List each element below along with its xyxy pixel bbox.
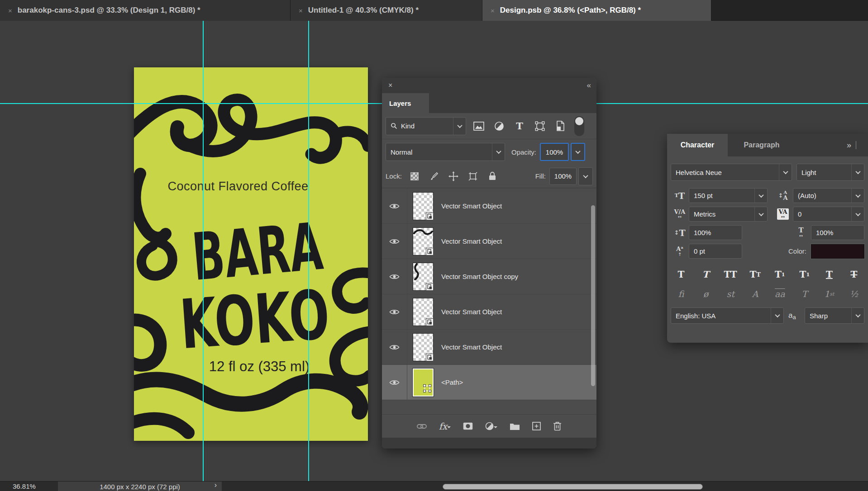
smart-object-badge-icon bbox=[426, 354, 434, 361]
stylistic-alternates-button[interactable]: aa bbox=[772, 288, 787, 300]
photoshop-window: × barakokp-cans-3.psd @ 33.3% (Design 1,… bbox=[0, 0, 868, 491]
contextual-alternates-button[interactable]: ø bbox=[698, 288, 714, 300]
titling-alternates-button[interactable]: T bbox=[797, 288, 812, 300]
opacity-value-field[interactable]: 100% bbox=[540, 143, 569, 161]
horizontal-scrollbar-thumb[interactable] bbox=[443, 484, 703, 490]
fill-dropdown-button[interactable] bbox=[578, 167, 593, 185]
visibility-toggle[interactable] bbox=[382, 189, 407, 223]
collapse-panel-icon[interactable]: « bbox=[587, 81, 590, 90]
panel-menu-icon[interactable] bbox=[585, 100, 590, 106]
small-caps-button[interactable]: TT bbox=[748, 268, 763, 281]
vertical-scale-field[interactable]: 100% bbox=[689, 225, 742, 240]
fractions-button[interactable]: ½ bbox=[846, 288, 862, 300]
add-layer-mask-icon[interactable] bbox=[463, 422, 473, 430]
ordinals-button[interactable]: 1st bbox=[821, 288, 837, 300]
opentype-buttons-row: fi ø st A aa T 1st ½ bbox=[671, 288, 864, 300]
visibility-toggle[interactable] bbox=[382, 224, 407, 259]
tab-character[interactable]: Character bbox=[667, 134, 728, 156]
anti-alias-dropdown[interactable]: Sharp bbox=[805, 307, 864, 324]
filter-adjustment-layers-icon[interactable] bbox=[491, 118, 507, 134]
layer-name: <Path> bbox=[441, 378, 463, 386]
new-group-folder-icon[interactable] bbox=[510, 422, 520, 430]
layer-style-fx-icon[interactable]: fx bbox=[439, 421, 451, 432]
visibility-toggle[interactable] bbox=[382, 259, 407, 294]
filter-smart-objects-icon[interactable] bbox=[553, 118, 568, 134]
baseline-shift-field[interactable]: 0 pt bbox=[689, 244, 742, 259]
tab-layers[interactable]: Layers bbox=[382, 93, 429, 113]
document-tab-3-active[interactable]: × Design.psb @ 36.8% (<Path>, RGB/8) * bbox=[482, 0, 711, 21]
layer-thumbnail[interactable] bbox=[413, 192, 434, 220]
filter-type-layers-icon[interactable]: T bbox=[512, 118, 527, 134]
opacity-dropdown-button[interactable] bbox=[571, 143, 585, 161]
adjustment-layer-icon[interactable] bbox=[485, 422, 497, 430]
chevron-down-icon bbox=[851, 308, 864, 323]
layer-thumbnail[interactable] bbox=[413, 333, 434, 361]
faux-bold-button[interactable]: T bbox=[673, 268, 689, 281]
document-canvas[interactable]: BARA KOKO Coconut Flavored Coffee 12 fl … bbox=[134, 67, 368, 441]
new-layer-icon[interactable] bbox=[532, 422, 541, 430]
layer-thumbnail[interactable] bbox=[413, 263, 434, 291]
close-tab-icon[interactable]: × bbox=[8, 7, 12, 14]
document-dimensions-box[interactable]: 1400 px x 2240 px (72 ppi) › bbox=[58, 482, 222, 491]
vertical-guide-right[interactable] bbox=[308, 21, 309, 481]
vertical-guide-left[interactable] bbox=[203, 21, 204, 481]
smart-object-badge-icon bbox=[426, 318, 434, 326]
underline-button[interactable]: T bbox=[821, 268, 837, 281]
layer-row[interactable]: Vector Smart Object bbox=[382, 224, 596, 259]
kerning-tracking-row: V/A↔ Metrics VA↔ 0 bbox=[671, 207, 864, 222]
lock-position-icon[interactable] bbox=[447, 170, 460, 183]
layer-row[interactable]: Vector Smart Object bbox=[382, 330, 596, 365]
filter-shape-layers-icon[interactable] bbox=[532, 118, 548, 134]
filter-toggle-switch[interactable] bbox=[574, 116, 584, 136]
layer-row[interactable]: Vector Smart Object bbox=[382, 189, 596, 224]
blend-mode-dropdown[interactable]: Normal bbox=[386, 143, 505, 161]
horizontal-scale-field[interactable]: 100% bbox=[811, 225, 864, 240]
text-color-swatch[interactable] bbox=[811, 244, 864, 259]
tracking-field[interactable]: 0 bbox=[793, 207, 864, 222]
leading-field[interactable]: (Auto) bbox=[793, 188, 864, 203]
subscript-button[interactable]: T1 bbox=[797, 268, 812, 281]
font-family-dropdown[interactable]: Helvetica Neue bbox=[671, 164, 792, 181]
strikethrough-button[interactable]: T bbox=[846, 268, 862, 281]
layers-scrollbar-thumb[interactable] bbox=[591, 205, 595, 386]
collapse-panel-icon[interactable]: » bbox=[847, 141, 850, 150]
lock-artboard-icon[interactable] bbox=[466, 170, 480, 183]
kerning-field[interactable]: Metrics bbox=[689, 207, 768, 222]
lock-transparency-icon[interactable] bbox=[408, 170, 421, 183]
layer-row[interactable]: Vector Smart Object bbox=[382, 294, 596, 330]
layer-thumbnail[interactable] bbox=[413, 227, 434, 255]
standard-ligatures-button[interactable]: fi bbox=[673, 288, 689, 300]
layer-name: Vector Smart Object copy bbox=[441, 273, 518, 280]
close-tab-icon[interactable]: × bbox=[299, 7, 303, 14]
layer-row[interactable]: Vector Smart Object copy bbox=[382, 259, 596, 294]
faux-italic-button[interactable]: T bbox=[698, 268, 714, 281]
layer-thumbnail[interactable] bbox=[413, 298, 434, 326]
visibility-toggle[interactable] bbox=[382, 365, 407, 400]
filter-pixel-layers-icon[interactable] bbox=[471, 118, 486, 134]
superscript-button[interactable]: T1 bbox=[772, 268, 787, 281]
tab-bar-empty-space bbox=[711, 0, 868, 20]
close-tab-icon[interactable]: × bbox=[491, 7, 495, 14]
document-tab-1[interactable]: × barakokp-cans-3.psd @ 33.3% (Design 1,… bbox=[0, 0, 291, 21]
fill-value-field[interactable]: 100% bbox=[549, 168, 577, 185]
all-caps-button[interactable]: TT bbox=[723, 268, 738, 281]
link-layers-icon[interactable] bbox=[417, 422, 427, 430]
zoom-level-field[interactable]: 36.81% bbox=[13, 482, 54, 490]
filter-kind-dropdown[interactable]: Kind bbox=[386, 117, 466, 135]
lock-image-pixels-icon[interactable] bbox=[427, 170, 441, 183]
visibility-toggle[interactable] bbox=[382, 330, 407, 364]
tab-paragraph[interactable]: Paragraph bbox=[728, 134, 796, 156]
document-tab-2[interactable]: × Untitled-1 @ 40.3% (CMYK/8) * bbox=[291, 0, 482, 21]
chevron-down-icon bbox=[851, 164, 864, 180]
close-panel-icon[interactable]: × bbox=[388, 81, 392, 90]
language-dropdown[interactable]: English: USA bbox=[671, 307, 784, 324]
swash-button[interactable]: A bbox=[748, 288, 763, 300]
font-size-field[interactable]: 150 pt bbox=[689, 188, 768, 203]
lock-all-icon[interactable] bbox=[486, 170, 499, 183]
layer-thumbnail[interactable] bbox=[413, 368, 434, 397]
delete-layer-trash-icon[interactable] bbox=[553, 421, 562, 431]
discretionary-ligatures-button[interactable]: st bbox=[723, 288, 738, 300]
visibility-toggle[interactable] bbox=[382, 294, 407, 329]
layer-row-selected[interactable]: <Path> bbox=[382, 365, 596, 400]
font-style-dropdown[interactable]: Light bbox=[796, 164, 864, 181]
